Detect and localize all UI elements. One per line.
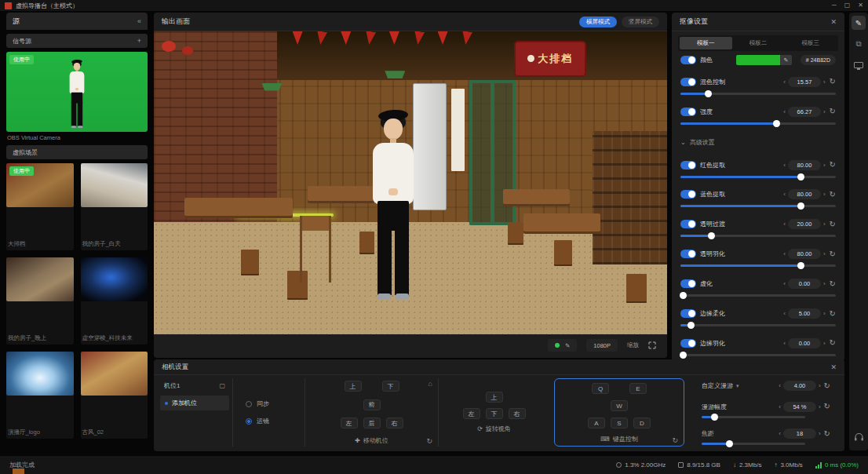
rotate-up-button[interactable]: 上: [486, 392, 503, 403]
red-extract-slider[interactable]: [680, 176, 836, 178]
strength-toggle[interactable]: [680, 108, 696, 116]
minimize-icon[interactable]: ─: [832, 2, 837, 9]
custom-roam-stepper[interactable]: ‹ 4.00 ›: [779, 381, 820, 391]
focal-length-stepper[interactable]: ‹ 18 ›: [779, 428, 820, 439]
color-swatch[interactable]: [736, 55, 780, 65]
home-icon[interactable]: ⌂: [429, 380, 432, 388]
decrement-icon[interactable]: ‹: [783, 250, 786, 257]
radio-sync[interactable]: 同步: [246, 399, 305, 408]
stepper-value[interactable]: 20.00: [788, 219, 821, 229]
reset-icon[interactable]: ↻: [830, 280, 836, 288]
decrement-icon[interactable]: ‹: [779, 382, 781, 389]
decrement-icon[interactable]: ‹: [779, 403, 781, 410]
reset-icon[interactable]: ↻: [830, 161, 836, 169]
collapse-sidebar-icon[interactable]: «: [137, 17, 141, 25]
alpha-feather-slider[interactable]: [680, 264, 836, 267]
add-camera-position-button[interactable]: 添加机位: [160, 396, 229, 410]
monitor-tool-button[interactable]: [852, 58, 866, 72]
increment-icon[interactable]: ›: [819, 430, 821, 437]
move-down-button[interactable]: 下: [382, 381, 399, 392]
stepper-value[interactable]: 80.00: [788, 189, 821, 199]
fullscreen-icon[interactable]: [648, 341, 656, 349]
output-preview-canvas[interactable]: 大排档: [154, 31, 667, 334]
edge-soften-slider[interactable]: [680, 324, 836, 326]
stepper-value[interactable]: 80.00: [788, 249, 821, 259]
stream-status-pill[interactable]: ✎: [548, 339, 577, 352]
landscape-mode-button[interactable]: 横屏模式: [579, 16, 617, 27]
key-q[interactable]: Q: [592, 383, 609, 394]
reset-icon[interactable]: ↻: [830, 221, 836, 228]
edge-soften-stepper[interactable]: ‹ 5.00 ›: [783, 308, 825, 319]
increment-icon[interactable]: ›: [823, 310, 826, 317]
edge-feather-slider[interactable]: [680, 354, 836, 356]
add-source-icon[interactable]: +: [137, 37, 141, 45]
support-button[interactable]: [852, 430, 866, 444]
blur-toggle[interactable]: [680, 279, 696, 288]
reset-icon[interactable]: ↻: [824, 382, 830, 390]
scene-thumb-scifi[interactable]: [81, 257, 148, 301]
decrement-icon[interactable]: ‹: [783, 221, 786, 228]
decrement-icon[interactable]: ‹: [783, 340, 786, 347]
decrement-icon[interactable]: ‹: [783, 78, 786, 86]
edit-icon[interactable]: ✎: [565, 342, 570, 349]
advanced-settings-header[interactable]: ⌄ 高级设置: [680, 137, 836, 148]
move-up-button[interactable]: 上: [345, 381, 362, 392]
scene-thumbnail-cell[interactable]: 我的房子_白天: [81, 163, 148, 250]
stepper-value[interactable]: 80.00: [788, 160, 821, 170]
red-extract-stepper[interactable]: ‹ 80.00 ›: [783, 160, 825, 170]
increment-icon[interactable]: ›: [823, 162, 826, 169]
decrement-icon[interactable]: ‹: [783, 108, 786, 115]
blur-stepper[interactable]: ‹ 0.00 ›: [783, 279, 825, 289]
color-toggle[interactable]: [680, 56, 696, 64]
blur-slider[interactable]: [680, 294, 836, 297]
key-s[interactable]: S: [611, 417, 628, 428]
key-a[interactable]: A: [588, 417, 605, 428]
stepper-value[interactable]: 18: [783, 428, 816, 439]
blue-extract-slider[interactable]: [680, 205, 836, 207]
edit-tool-button[interactable]: ✎: [852, 16, 866, 30]
increment-icon[interactable]: ›: [823, 78, 826, 86]
color-hex-button[interactable]: # 24B82D: [801, 55, 836, 65]
move-back-button[interactable]: 后: [363, 417, 381, 428]
decrement-icon[interactable]: ‹: [779, 430, 781, 437]
portrait-mode-button[interactable]: 竖屏模式: [622, 16, 659, 27]
tab-template-2[interactable]: 模板二: [732, 37, 785, 49]
decrement-icon[interactable]: ‹: [783, 310, 786, 317]
alpha-feather-stepper[interactable]: ‹ 80.00 ›: [783, 249, 825, 259]
radio-icon-selected[interactable]: [246, 418, 252, 425]
scene-thumb-house-night[interactable]: [6, 257, 74, 301]
save-position-icon[interactable]: ▢: [219, 383, 225, 389]
tab-template-1[interactable]: 模板一: [680, 37, 732, 49]
move-forward-button[interactable]: 前: [363, 399, 381, 410]
key-d[interactable]: D: [633, 417, 651, 428]
resolution-select[interactable]: 1080P: [586, 339, 618, 352]
reset-icon[interactable]: ↻: [426, 437, 432, 445]
reset-icon[interactable]: ↻: [824, 403, 830, 410]
tab-template-3[interactable]: 模板三: [784, 37, 837, 49]
scene-thumb-studio-logo[interactable]: [6, 352, 74, 396]
stepper-value[interactable]: 66.27: [788, 107, 821, 117]
edge-feather-stepper[interactable]: ‹ 0.00 ›: [783, 338, 825, 348]
edge-feather-toggle[interactable]: [680, 339, 696, 348]
blue-extract-stepper[interactable]: ‹ 80.00 ›: [783, 189, 825, 199]
stepper-value[interactable]: 0.00: [788, 279, 821, 289]
stepper-value[interactable]: 54 %: [783, 402, 816, 412]
mix-control-slider[interactable]: [680, 93, 836, 95]
camera-position-1[interactable]: 机位1 ▢: [160, 380, 229, 392]
increment-icon[interactable]: ›: [823, 250, 826, 257]
key-w[interactable]: W: [611, 400, 628, 411]
key-e[interactable]: E: [629, 383, 647, 394]
scene-thumbnail-cell[interactable]: 使用中 大排档: [6, 163, 74, 250]
increment-icon[interactable]: ›: [819, 403, 821, 410]
move-left-button[interactable]: 左: [341, 417, 358, 428]
scene-thumbnail-cell[interactable]: 古风_02: [81, 352, 148, 439]
move-right-button[interactable]: 右: [386, 417, 403, 428]
rotate-right-button[interactable]: 右: [509, 408, 526, 419]
maximize-icon[interactable]: ▢: [844, 2, 851, 9]
increment-icon[interactable]: ›: [819, 382, 821, 389]
radio-icon[interactable]: [246, 401, 252, 407]
blue-extract-toggle[interactable]: [680, 190, 696, 199]
increment-icon[interactable]: ›: [823, 191, 826, 198]
radio-motion[interactable]: 运镜: [246, 417, 305, 425]
rotate-left-button[interactable]: 左: [463, 408, 480, 419]
